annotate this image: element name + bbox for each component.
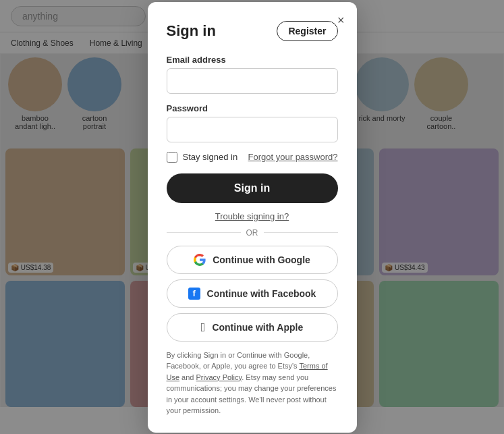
modal-header: Sign in Register <box>167 21 338 41</box>
signin-modal: × Sign in Register Email address Passwor… <box>148 2 357 433</box>
close-button[interactable]: × <box>335 11 347 29</box>
facebook-signin-button[interactable]: f Continue with Facebook <box>167 279 338 308</box>
facebook-icon: f <box>188 288 200 300</box>
google-icon <box>194 254 206 266</box>
email-group: Email address <box>167 55 338 94</box>
or-text: OR <box>246 228 258 238</box>
privacy-link[interactable]: Privacy Policy <box>196 373 242 381</box>
apple-signin-button[interactable]:  Continue with Apple <box>167 313 338 342</box>
stay-signed-label: Stay signed in <box>183 152 238 162</box>
trouble-signing-link[interactable]: Trouble signing in? <box>167 211 338 221</box>
apple-icon:  <box>201 321 206 333</box>
email-label: Email address <box>167 55 338 65</box>
password-input[interactable] <box>167 117 338 142</box>
or-line-left <box>167 232 241 233</box>
facebook-label: Continue with Facebook <box>207 288 316 299</box>
legal-text: By clicking Sign in or Continue with Goo… <box>167 350 338 416</box>
email-input[interactable] <box>167 68 338 94</box>
or-divider: OR <box>167 228 338 238</box>
forgot-password-link[interactable]: Forgot your password? <box>248 152 338 162</box>
apple-label: Continue with Apple <box>212 322 303 333</box>
google-label: Continue with Google <box>213 254 310 265</box>
password-label: Password <box>167 103 338 113</box>
stay-signed-checkbox[interactable] <box>167 152 177 163</box>
google-signin-button[interactable]: Continue with Google <box>167 246 338 274</box>
stay-signed-row: Stay signed in Forgot your password? <box>167 152 338 163</box>
register-button[interactable]: Register <box>277 21 337 41</box>
password-group: Password <box>167 103 338 142</box>
or-line-right <box>264 232 338 233</box>
signin-button[interactable]: Sign in <box>167 173 338 203</box>
modal-title: Sign in <box>167 22 216 40</box>
